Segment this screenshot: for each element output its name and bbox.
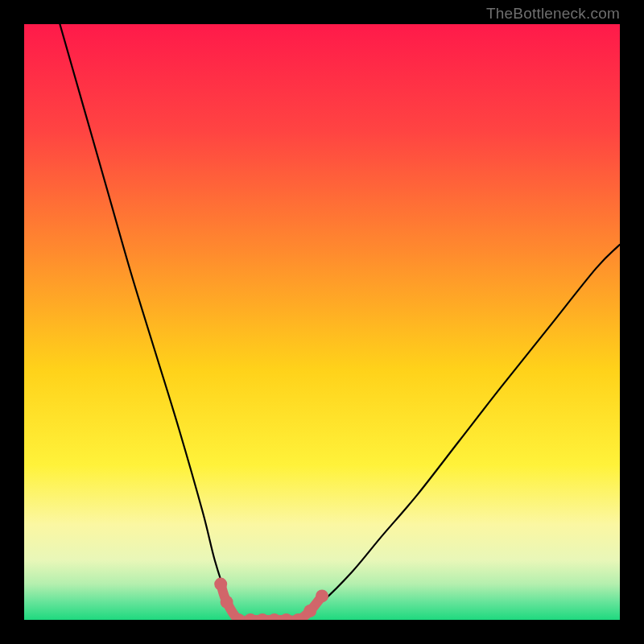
optimal-band-marker: [221, 596, 233, 609]
watermark-text: TheBottleneck.com: [486, 5, 620, 23]
optimal-band-marker: [316, 589, 328, 602]
plot-area: [24, 24, 620, 620]
gradient-background: [24, 24, 620, 620]
optimal-band-marker: [214, 578, 227, 591]
bottleneck-chart: [24, 24, 620, 620]
chart-frame: TheBottleneck.com: [0, 0, 644, 644]
optimal-band-marker: [303, 605, 316, 617]
